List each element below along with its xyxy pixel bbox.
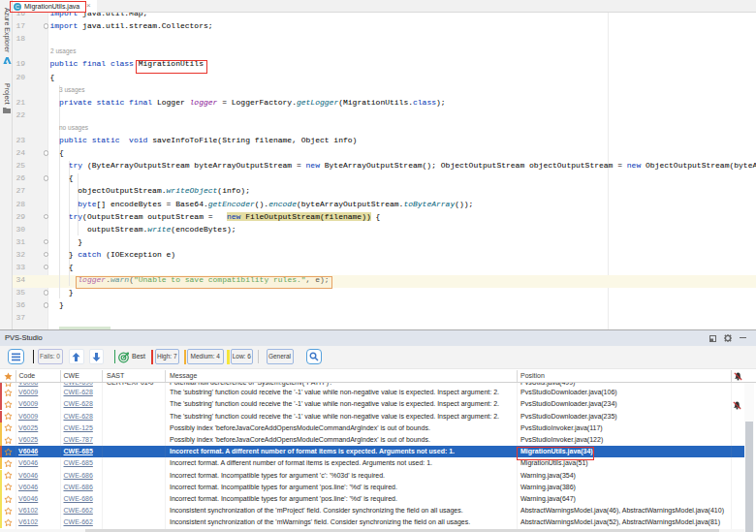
svg-text:C: C xyxy=(16,4,20,10)
